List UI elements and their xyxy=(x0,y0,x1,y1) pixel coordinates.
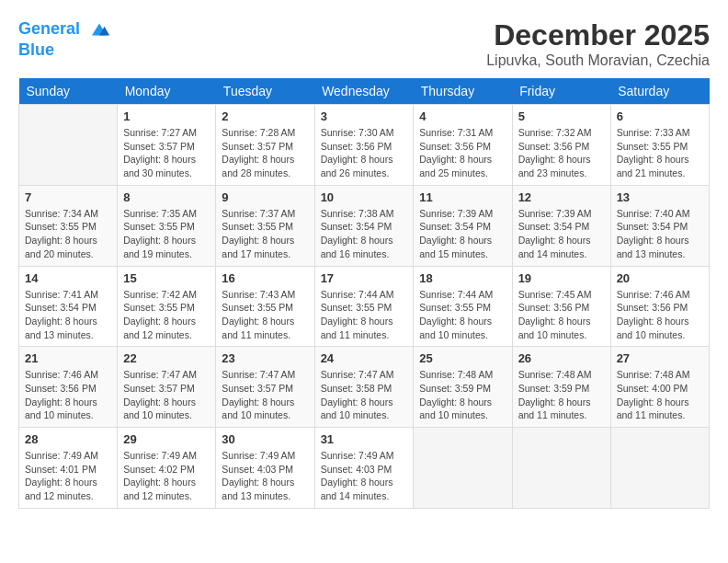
calendar-week-row: 28Sunrise: 7:49 AMSunset: 4:01 PMDayligh… xyxy=(19,428,710,509)
calendar-cell xyxy=(610,428,709,509)
day-number: 12 xyxy=(518,190,605,204)
calendar-cell: 21Sunrise: 7:46 AMSunset: 3:56 PMDayligh… xyxy=(19,347,118,428)
day-info: Sunrise: 7:35 AMSunset: 3:55 PMDaylight:… xyxy=(123,207,210,261)
calendar-cell: 12Sunrise: 7:39 AMSunset: 3:54 PMDayligh… xyxy=(512,185,610,266)
calendar-cell: 2Sunrise: 7:28 AMSunset: 3:57 PMDaylight… xyxy=(216,105,314,186)
day-number: 8 xyxy=(123,190,210,204)
day-info: Sunrise: 7:30 AMSunset: 3:56 PMDaylight:… xyxy=(321,126,408,180)
day-number: 25 xyxy=(419,351,506,365)
calendar-cell: 24Sunrise: 7:47 AMSunset: 3:58 PMDayligh… xyxy=(314,347,414,428)
calendar-cell: 5Sunrise: 7:32 AMSunset: 3:56 PMDaylight… xyxy=(512,105,610,186)
day-number: 27 xyxy=(617,351,703,365)
day-number: 22 xyxy=(123,351,210,365)
calendar-cell: 20Sunrise: 7:46 AMSunset: 3:56 PMDayligh… xyxy=(610,266,709,347)
calendar-week-row: 21Sunrise: 7:46 AMSunset: 3:56 PMDayligh… xyxy=(19,347,710,428)
day-number: 23 xyxy=(222,351,308,365)
day-info: Sunrise: 7:47 AMSunset: 3:58 PMDaylight:… xyxy=(321,368,408,422)
day-info: Sunrise: 7:49 AMSunset: 4:03 PMDaylight:… xyxy=(222,449,308,503)
calendar-week-row: 14Sunrise: 7:41 AMSunset: 3:54 PMDayligh… xyxy=(19,266,710,347)
calendar-cell: 9Sunrise: 7:37 AMSunset: 3:55 PMDaylight… xyxy=(216,185,314,266)
day-info: Sunrise: 7:42 AMSunset: 3:55 PMDaylight:… xyxy=(123,288,210,342)
calendar-header-row: SundayMondayTuesdayWednesdayThursdayFrid… xyxy=(19,78,710,105)
calendar-cell: 11Sunrise: 7:39 AMSunset: 3:54 PMDayligh… xyxy=(414,185,512,266)
calendar-cell: 6Sunrise: 7:33 AMSunset: 3:55 PMDaylight… xyxy=(610,105,709,186)
day-info: Sunrise: 7:38 AMSunset: 3:54 PMDaylight:… xyxy=(321,207,408,261)
day-info: Sunrise: 7:44 AMSunset: 3:55 PMDaylight:… xyxy=(321,288,408,342)
day-number: 19 xyxy=(518,271,605,285)
day-info: Sunrise: 7:39 AMSunset: 3:54 PMDaylight:… xyxy=(419,207,506,261)
day-number: 11 xyxy=(419,190,506,204)
column-header-friday: Friday xyxy=(512,78,610,105)
day-number: 7 xyxy=(25,190,111,204)
day-number: 18 xyxy=(419,271,506,285)
calendar-cell: 18Sunrise: 7:44 AMSunset: 3:55 PMDayligh… xyxy=(414,266,512,347)
column-header-wednesday: Wednesday xyxy=(314,78,414,105)
page-header: General Blue December 2025 Lipuvka, Sout… xyxy=(18,18,710,69)
day-info: Sunrise: 7:46 AMSunset: 3:56 PMDaylight:… xyxy=(617,288,703,342)
day-info: Sunrise: 7:47 AMSunset: 3:57 PMDaylight:… xyxy=(222,368,308,422)
day-info: Sunrise: 7:41 AMSunset: 3:54 PMDaylight:… xyxy=(25,288,111,342)
calendar-cell: 17Sunrise: 7:44 AMSunset: 3:55 PMDayligh… xyxy=(314,266,414,347)
day-info: Sunrise: 7:45 AMSunset: 3:56 PMDaylight:… xyxy=(518,288,605,342)
calendar-cell: 29Sunrise: 7:49 AMSunset: 4:02 PMDayligh… xyxy=(118,428,216,509)
day-number: 16 xyxy=(222,271,308,285)
day-info: Sunrise: 7:39 AMSunset: 3:54 PMDaylight:… xyxy=(518,207,605,261)
day-number: 14 xyxy=(25,271,111,285)
day-number: 3 xyxy=(321,109,408,123)
day-number: 28 xyxy=(25,432,111,446)
calendar-cell: 7Sunrise: 7:34 AMSunset: 3:55 PMDaylight… xyxy=(19,185,118,266)
calendar-cell: 10Sunrise: 7:38 AMSunset: 3:54 PMDayligh… xyxy=(314,185,414,266)
calendar-cell: 25Sunrise: 7:48 AMSunset: 3:59 PMDayligh… xyxy=(414,347,512,428)
calendar-cell: 14Sunrise: 7:41 AMSunset: 3:54 PMDayligh… xyxy=(19,266,118,347)
calendar-cell: 15Sunrise: 7:42 AMSunset: 3:55 PMDayligh… xyxy=(118,266,216,347)
day-number: 24 xyxy=(321,351,408,365)
day-number: 5 xyxy=(518,109,605,123)
day-info: Sunrise: 7:43 AMSunset: 3:55 PMDaylight:… xyxy=(222,288,308,342)
day-info: Sunrise: 7:27 AMSunset: 3:57 PMDaylight:… xyxy=(123,126,210,180)
calendar-cell: 28Sunrise: 7:49 AMSunset: 4:01 PMDayligh… xyxy=(19,428,118,509)
day-info: Sunrise: 7:28 AMSunset: 3:57 PMDaylight:… xyxy=(222,126,308,180)
day-number: 20 xyxy=(617,271,703,285)
location: Lipuvka, South Moravian, Czechia xyxy=(486,52,710,69)
title-block: December 2025 Lipuvka, South Moravian, C… xyxy=(486,18,710,69)
day-number: 29 xyxy=(123,432,210,446)
day-info: Sunrise: 7:49 AMSunset: 4:01 PMDaylight:… xyxy=(25,449,111,503)
day-info: Sunrise: 7:48 AMSunset: 4:00 PMDaylight:… xyxy=(617,368,703,422)
calendar-week-row: 1Sunrise: 7:27 AMSunset: 3:57 PMDaylight… xyxy=(19,105,710,186)
calendar-cell: 30Sunrise: 7:49 AMSunset: 4:03 PMDayligh… xyxy=(216,428,314,509)
calendar-cell: 27Sunrise: 7:48 AMSunset: 4:00 PMDayligh… xyxy=(610,347,709,428)
calendar-cell: 13Sunrise: 7:40 AMSunset: 3:54 PMDayligh… xyxy=(610,185,709,266)
day-info: Sunrise: 7:31 AMSunset: 3:56 PMDaylight:… xyxy=(419,126,506,180)
calendar-cell: 1Sunrise: 7:27 AMSunset: 3:57 PMDaylight… xyxy=(118,105,216,186)
day-info: Sunrise: 7:40 AMSunset: 3:54 PMDaylight:… xyxy=(617,207,703,261)
day-info: Sunrise: 7:32 AMSunset: 3:56 PMDaylight:… xyxy=(518,126,605,180)
day-number: 15 xyxy=(123,271,210,285)
calendar-cell xyxy=(512,428,610,509)
calendar-cell: 4Sunrise: 7:31 AMSunset: 3:56 PMDaylight… xyxy=(414,105,512,186)
day-info: Sunrise: 7:34 AMSunset: 3:55 PMDaylight:… xyxy=(25,207,111,261)
column-header-tuesday: Tuesday xyxy=(216,78,314,105)
day-number: 31 xyxy=(321,432,408,446)
calendar-cell: 16Sunrise: 7:43 AMSunset: 3:55 PMDayligh… xyxy=(216,266,314,347)
day-number: 4 xyxy=(419,109,506,123)
logo: General Blue xyxy=(18,18,110,61)
column-header-sunday: Sunday xyxy=(19,78,118,105)
day-info: Sunrise: 7:37 AMSunset: 3:55 PMDaylight:… xyxy=(222,207,308,261)
day-number: 30 xyxy=(222,432,308,446)
calendar-cell: 22Sunrise: 7:47 AMSunset: 3:57 PMDayligh… xyxy=(118,347,216,428)
day-info: Sunrise: 7:33 AMSunset: 3:55 PMDaylight:… xyxy=(617,126,703,180)
day-number: 17 xyxy=(321,271,408,285)
calendar-cell xyxy=(19,105,118,186)
logo-text: General Blue xyxy=(18,18,110,61)
day-number: 2 xyxy=(222,109,308,123)
column-header-monday: Monday xyxy=(118,78,216,105)
calendar-cell: 8Sunrise: 7:35 AMSunset: 3:55 PMDaylight… xyxy=(118,185,216,266)
column-header-saturday: Saturday xyxy=(610,78,709,105)
day-number: 6 xyxy=(617,109,703,123)
day-number: 9 xyxy=(222,190,308,204)
day-info: Sunrise: 7:49 AMSunset: 4:02 PMDaylight:… xyxy=(123,449,210,503)
column-header-thursday: Thursday xyxy=(414,78,512,105)
calendar-cell: 31Sunrise: 7:49 AMSunset: 4:03 PMDayligh… xyxy=(314,428,414,509)
calendar-cell: 19Sunrise: 7:45 AMSunset: 3:56 PMDayligh… xyxy=(512,266,610,347)
day-number: 1 xyxy=(123,109,210,123)
